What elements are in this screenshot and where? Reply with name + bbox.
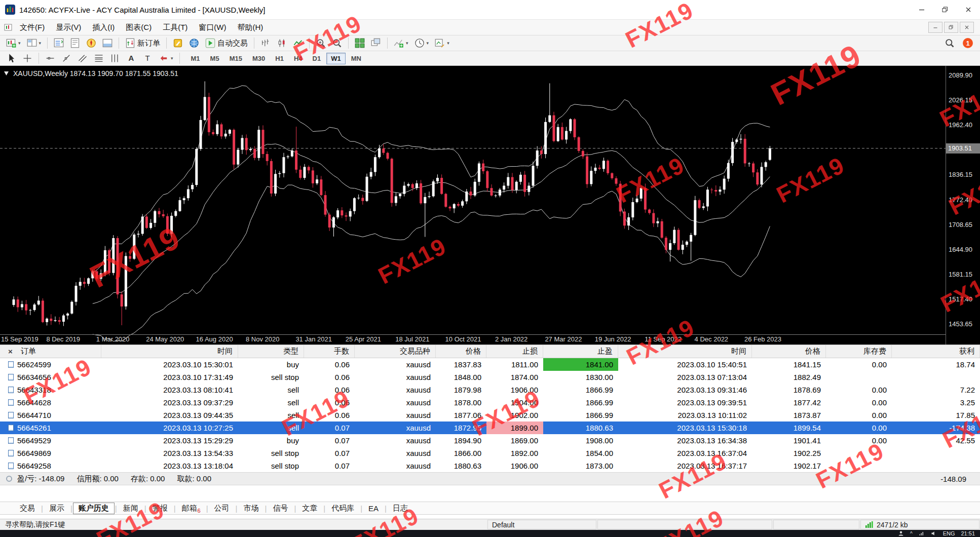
column-header-price1[interactable]: 价格: [436, 345, 486, 358]
data-window-button[interactable]: [67, 36, 83, 50]
child-restore-button[interactable]: [944, 22, 958, 33]
history-row-56643318[interactable]: 566433182023.03.13 08:10:41sell0.06xauus…: [0, 383, 980, 396]
indicators-button[interactable]: ▾: [391, 36, 411, 50]
bar-chart-button[interactable]: [258, 36, 273, 50]
column-header-time2[interactable]: 时间: [618, 345, 752, 358]
timeframe-m30[interactable]: M30: [248, 53, 270, 64]
horizontal-line-button[interactable]: [43, 52, 58, 65]
close-button[interactable]: [957, 0, 980, 19]
timeframe-h1[interactable]: H1: [271, 53, 288, 64]
history-row-56644710[interactable]: 566447102023.03.13 09:44:35sell0.06xauus…: [0, 409, 980, 421]
timeframe-m5[interactable]: M5: [206, 53, 224, 64]
notification-badge[interactable]: 1: [963, 38, 973, 48]
arrows-tool-button[interactable]: ▾: [156, 52, 176, 65]
market-watch-button[interactable]: [51, 36, 66, 50]
minimize-button[interactable]: [910, 0, 933, 19]
chart-plot[interactable]: [0, 66, 946, 344]
equidistant-channel-button[interactable]: [75, 52, 90, 65]
restore-button[interactable]: [933, 0, 957, 19]
close-terminal-button[interactable]: ×: [7, 347, 14, 356]
tab-7[interactable]: 公司: [209, 503, 235, 514]
chart-window[interactable]: XAUUSD,Weekly 1874.13 1909.70 1871.55 19…: [0, 66, 980, 344]
menu-item-4[interactable]: 工具(T): [157, 21, 193, 34]
candlestick-chart[interactable]: [0, 66, 946, 344]
tile-windows-button[interactable]: [352, 36, 367, 50]
cycle-lines-button[interactable]: [107, 52, 123, 65]
tab-1[interactable]: 交易: [14, 503, 41, 514]
history-row-56644628[interactable]: 566446282023.03.13 09:37:29sell0.06xauus…: [0, 396, 980, 409]
timeframe-w1[interactable]: W1: [326, 53, 346, 64]
periods-button[interactable]: ▾: [412, 36, 432, 50]
column-header-lots[interactable]: 手数: [304, 345, 355, 358]
menu-item-3[interactable]: 图表(C): [120, 21, 157, 34]
trendline-button[interactable]: [59, 52, 74, 65]
people-icon[interactable]: [898, 530, 904, 536]
menu-item-2[interactable]: 插入(I): [87, 21, 120, 34]
timeframe-h4[interactable]: H4: [289, 53, 307, 64]
timeframe-m1[interactable]: M1: [186, 53, 205, 64]
terminal-button[interactable]: [100, 36, 115, 50]
community-button[interactable]: [186, 36, 202, 50]
history-row-56645261[interactable]: 566452612023.03.13 10:27:25sell0.07xauus…: [0, 421, 980, 434]
tab-3[interactable]: 账户历史: [73, 503, 115, 514]
tray-clock[interactable]: 21:51: [961, 530, 975, 536]
new-order-button[interactable]: 新订单: [123, 36, 163, 50]
column-header-swap[interactable]: 库存费: [826, 345, 892, 358]
search-icon[interactable]: [942, 36, 957, 50]
column-header-time1[interactable]: 时间: [101, 345, 238, 358]
history-row-56634656[interactable]: 566346562023.03.10 17:31:49sell stop0.06…: [0, 371, 980, 383]
tab-5[interactable]: 警报: [147, 503, 173, 514]
tab-10[interactable]: 文章: [296, 503, 323, 514]
windows-taskbar[interactable]: ^ ENG 21:51: [0, 530, 980, 537]
tray-language[interactable]: ENG: [943, 530, 955, 536]
network-icon[interactable]: [919, 530, 925, 536]
tab-9[interactable]: 信号: [267, 503, 293, 514]
tab-6[interactable]: 邮箱6: [176, 503, 206, 514]
child-close-button[interactable]: [960, 22, 974, 33]
timeframe-d1[interactable]: D1: [308, 53, 326, 64]
tray-chevron-icon[interactable]: ^: [910, 531, 913, 536]
candlestick-chart-button[interactable]: [274, 36, 289, 50]
status-profile[interactable]: Default: [487, 520, 596, 529]
tab-4[interactable]: 新闻: [118, 503, 144, 514]
tab-13[interactable]: 日志: [387, 503, 413, 514]
crosshair-button[interactable]: [20, 52, 35, 65]
tab-12[interactable]: EA: [363, 503, 384, 514]
column-header-sl[interactable]: 止损: [486, 345, 543, 358]
autotrading-button[interactable]: 自动交易: [203, 36, 250, 50]
metaeditor-button[interactable]: [170, 36, 185, 50]
history-row-56649869[interactable]: 566498692023.03.13 13:54:33sell stop0.07…: [0, 447, 980, 459]
menu-item-1[interactable]: 显示(V): [50, 21, 87, 34]
column-header-type[interactable]: 类型: [238, 345, 304, 358]
text-label-button[interactable]: T: [140, 52, 155, 65]
speaker-icon[interactable]: [931, 530, 937, 536]
tab-2[interactable]: 展示: [44, 503, 70, 514]
text-tool-button[interactable]: A: [124, 52, 139, 65]
line-chart-button[interactable]: [290, 36, 306, 50]
cascade-windows-button[interactable]: [368, 36, 384, 50]
fibonacci-button[interactable]: [91, 52, 106, 65]
column-header-profit[interactable]: 获利: [892, 345, 980, 358]
profiles-button[interactable]: ▾: [24, 36, 44, 50]
column-header-order[interactable]: ×订单: [0, 345, 101, 358]
status-connection[interactable]: 2471/2 kb: [860, 520, 979, 529]
history-row-56624599[interactable]: 566245992023.03.10 15:30:01buy0.06xauusd…: [0, 358, 980, 371]
tab-8[interactable]: 市场: [238, 503, 264, 514]
price-axis[interactable]: 2089.902026.151962.401836.151772.401708.…: [946, 66, 980, 344]
child-minimize-button[interactable]: [928, 22, 943, 33]
cursor-button[interactable]: [4, 52, 19, 65]
zoom-out-button[interactable]: [329, 36, 345, 50]
tab-11[interactable]: 代码库: [326, 503, 360, 514]
new-chart-button[interactable]: ▾: [4, 36, 23, 50]
menu-item-5[interactable]: 窗口(W): [193, 21, 232, 34]
menu-item-6[interactable]: 帮助(H): [232, 21, 269, 34]
timeframe-m15[interactable]: M15: [225, 53, 247, 64]
history-row-56649258[interactable]: 566492582023.03.13 13:18:04sell stop0.07…: [0, 459, 980, 472]
column-header-tp[interactable]: 止盈: [543, 345, 618, 358]
zoom-in-button[interactable]: [313, 36, 328, 50]
navigator-button[interactable]: [84, 36, 99, 50]
history-row-56649529[interactable]: 566495292023.03.13 15:29:29buy0.07xauusd…: [0, 434, 980, 447]
menu-item-0[interactable]: 文件(F): [14, 21, 50, 34]
templates-button[interactable]: ▾: [432, 36, 452, 50]
column-header-symbol[interactable]: 交易品种: [355, 345, 436, 358]
